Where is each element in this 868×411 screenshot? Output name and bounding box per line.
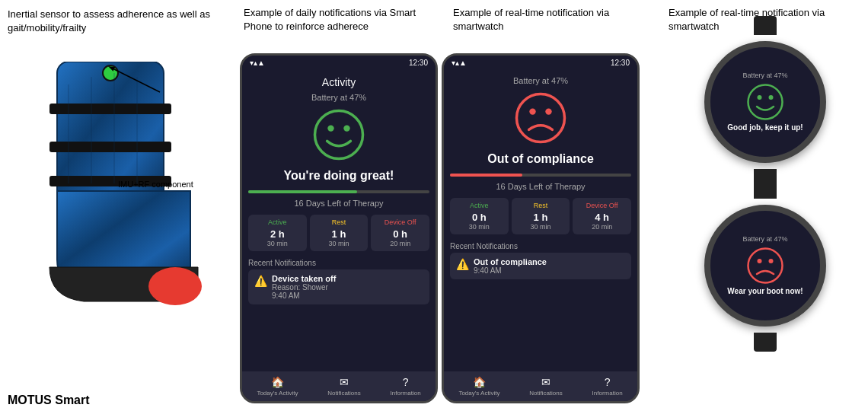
phone1-info-icon: ? <box>403 376 409 388</box>
svg-point-21 <box>748 249 783 283</box>
watch-section: Example of real-time notification via sm… <box>662 0 868 411</box>
watch2-band-bottom <box>754 333 777 352</box>
phone2-days-left: 16 Days Left of Therapy <box>450 182 631 191</box>
phone1-rest-unit: 30 min <box>312 240 366 247</box>
svg-point-1 <box>148 267 202 305</box>
watch2-battery: Battery at 47% <box>742 235 787 243</box>
phone1-active-cell: Active 2 h 30 min <box>248 215 307 251</box>
svg-point-18 <box>748 85 783 119</box>
phone2-devoff-unit: 20 min <box>575 223 629 231</box>
phone2-active-value: 0 h <box>452 212 506 223</box>
phone2-rest-unit: 30 min <box>514 223 568 231</box>
phone2-notif-icon: ⚠️ <box>456 258 469 270</box>
phone1-nav1[interactable]: 🏠 Today's Activity <box>257 376 298 397</box>
phone1-screen: Activity Battery at 47% You're doing gre… <box>242 70 436 371</box>
boot-section: Inertial sensor to assess adherence as w… <box>0 0 236 411</box>
phone2-devoff-cell: Device Off 4 h 20 min <box>573 198 631 234</box>
arrow-annotation-svg <box>53 54 206 100</box>
phone2-nav3[interactable]: ? Information <box>592 376 623 397</box>
phone1-status-message: You're doing great! <box>248 169 429 183</box>
phone1-nav: 🏠 Today's Activity ✉ Notifications ? Inf… <box>242 371 436 401</box>
motus-label: MOTUS Smart <box>8 393 90 407</box>
phone1-nav3-label: Information <box>391 390 421 397</box>
phone2-notif-nav-icon: ✉ <box>541 376 550 388</box>
phone1-progress-bar <box>248 190 429 193</box>
phone1-nav3[interactable]: ? Information <box>391 376 421 397</box>
phone2-nav2[interactable]: ✉ Notifications <box>529 376 563 397</box>
phone2-status-signal: ▾▴▲ <box>452 59 467 67</box>
phone2-nav3-label: Information <box>592 390 623 397</box>
watch1-wrapper: Battery at 47% Good job, keep it up! <box>704 41 826 163</box>
phone1-notif-header: Recent Notifications <box>248 259 429 267</box>
phone1-nav1-label: Today's Activity <box>257 390 298 397</box>
phone2-battery: Battery at 47% <box>450 76 631 85</box>
phone2-rest-label: Rest <box>514 202 568 209</box>
phone2-nav1[interactable]: 🏠 Today's Activity <box>458 376 499 397</box>
phone1-devoff-value: 0 h <box>373 228 427 240</box>
phone-section: Example of daily notifications via Smart… <box>236 0 662 411</box>
watch2-band-top <box>754 180 777 199</box>
svg-point-23 <box>769 259 774 263</box>
phone2-active-cell: Active 0 h 30 min <box>450 198 509 234</box>
phone2-home-icon: 🏠 <box>473 376 486 388</box>
phone1-nav2[interactable]: ✉ Notifications <box>327 376 361 397</box>
phone2-header: Example of real-time notification via sm… <box>449 6 659 53</box>
phone1-days-left: 16 Days Left of Therapy <box>248 199 429 208</box>
phone1-active-value: 2 h <box>251 228 305 240</box>
phone1-devoff-unit: 20 min <box>373 240 427 247</box>
svg-point-16 <box>529 108 535 114</box>
watch2-smiley <box>746 247 784 285</box>
phone1-devoff-cell: Device Off 0 h 20 min <box>371 215 429 251</box>
phone1-active-label: Active <box>251 218 305 226</box>
svg-rect-3 <box>49 142 171 152</box>
svg-point-22 <box>758 259 762 263</box>
watch1-mockup: Battery at 47% Good job, keep it up! <box>704 41 826 163</box>
phone1-rest-value: 1 h <box>312 228 366 240</box>
phone2-activity-grid: Active 0 h 30 min Rest 1 h 30 min Device… <box>450 198 631 234</box>
svg-point-19 <box>758 95 762 100</box>
svg-point-14 <box>343 125 349 131</box>
phone1-notif-icon: ⚠️ <box>254 275 267 287</box>
svg-point-17 <box>545 108 551 114</box>
phone2-active-label: Active <box>452 202 506 209</box>
phone1-home-icon: 🏠 <box>271 376 284 388</box>
phone1-notif1: ⚠️ Device taken off Reason: Shower 9:40 … <box>248 269 429 304</box>
phone2-notif1: ⚠️ Out of compliance 9:40 AM <box>450 253 631 279</box>
phone1-notif-main: Device taken off <box>272 274 336 283</box>
phone1-rest-cell: Rest 1 h 30 min <box>310 215 369 251</box>
boot-image-area: IMU+RF component <box>8 39 228 313</box>
phone1-title: Activity <box>248 76 429 88</box>
phone2-notif-text: Out of compliance 9:40 AM <box>474 257 547 275</box>
phone1-notif-nav-icon: ✉ <box>340 376 349 388</box>
boot-annotation: Inertial sensor to assess adherence as w… <box>8 8 228 35</box>
phone1-header: Example of daily notifications via Smart… <box>240 6 449 53</box>
phone2-info-icon: ? <box>605 376 611 388</box>
watch1-message: Good job, keep it up! <box>727 123 803 132</box>
phone2-smiley <box>514 91 567 145</box>
watch2-mockup: Battery at 47% Wear your boot now! <box>704 205 826 327</box>
phone1-active-unit: 30 min <box>251 240 305 247</box>
watch1-band-top <box>754 16 777 35</box>
watch2-message: Wear your boot now! <box>727 286 803 296</box>
phone2-active-unit: 30 min <box>452 223 506 231</box>
svg-point-15 <box>517 94 565 142</box>
phone2-rest-value: 1 h <box>514 212 568 223</box>
phone1-progress-fill <box>248 190 357 193</box>
phone2-nav1-label: Today's Activity <box>458 390 499 397</box>
phone1-smiley <box>312 108 365 161</box>
phone1-status-bar: ▾▴▲ 12:30 <box>242 56 436 70</box>
phone2-devoff-label: Device Off <box>575 202 629 209</box>
watch1-smiley <box>746 83 784 121</box>
phone2-nav: 🏠 Today's Activity ✉ Notifications ? Inf… <box>444 371 637 401</box>
svg-point-13 <box>327 125 333 131</box>
imu-label: IMU+RF component <box>118 180 193 189</box>
phone2-mockup: ▾▴▲ 12:30 Battery at 47% Out of complian… <box>442 53 640 403</box>
phone1-notif-sub: Reason: Shower <box>272 283 336 292</box>
phone2-status-time: 12:30 <box>611 59 630 67</box>
phone2-progress-bar <box>450 174 631 177</box>
svg-point-20 <box>769 95 774 100</box>
phone2-nav2-label: Notifications <box>529 390 563 397</box>
phone1-nav2-label: Notifications <box>327 390 361 397</box>
phone1-devoff-label: Device Off <box>373 218 427 226</box>
phone2-progress-fill <box>450 174 522 177</box>
